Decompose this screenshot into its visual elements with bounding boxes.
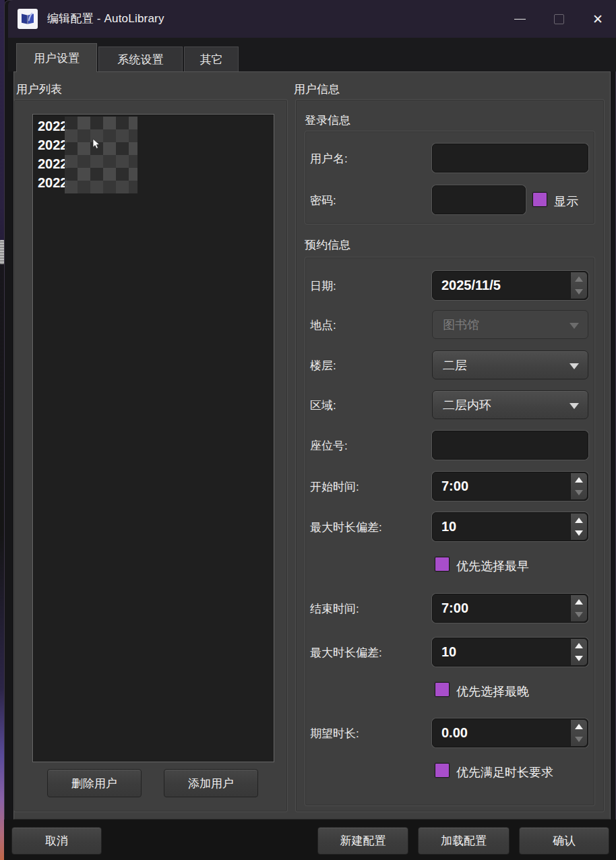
- area-combobox[interactable]: 二层内环: [432, 390, 588, 419]
- area-value: 二层内环: [433, 397, 491, 413]
- end-time-spinbox[interactable]: 7:00: [432, 594, 588, 623]
- spin-down-button[interactable]: [571, 652, 587, 666]
- confirm-button[interactable]: 确认: [519, 827, 609, 855]
- spin-up-icon: [575, 477, 583, 483]
- tab-user-settings[interactable]: 用户设置: [16, 43, 97, 72]
- user-listbox[interactable]: 2022 2022 2022 2022: [32, 114, 274, 762]
- add-user-button[interactable]: 添加用户: [164, 769, 258, 797]
- floor-combobox[interactable]: 二层: [432, 350, 588, 379]
- spin-up-button[interactable]: [571, 473, 587, 487]
- spin-up-icon: [575, 643, 583, 648]
- start-time-spinbox[interactable]: 7:00: [432, 472, 588, 501]
- area-label: 区域:: [310, 398, 336, 413]
- spin-up-button[interactable]: [571, 595, 587, 609]
- prefer-latest-checkbox[interactable]: [435, 682, 450, 697]
- load-config-button[interactable]: 加载配置: [418, 827, 510, 855]
- spin-up-icon: [575, 276, 583, 282]
- show-password-label: 显示: [554, 193, 578, 210]
- show-password-checkbox[interactable]: [532, 192, 547, 207]
- app-icon: [18, 9, 38, 29]
- start-deviation-value: 10: [433, 519, 456, 534]
- end-time-label: 结束时间:: [310, 601, 359, 617]
- location-value: 图书馆: [433, 317, 479, 333]
- spin-down-button[interactable]: [571, 487, 587, 500]
- spin-up-icon: [575, 599, 583, 605]
- location-combobox: 图书馆: [432, 310, 588, 339]
- user-list-title: 用户列表: [16, 82, 62, 97]
- spin-down-button[interactable]: [571, 733, 587, 747]
- maximize-icon: [554, 14, 564, 24]
- chevron-down-icon: [569, 363, 579, 369]
- spin-up-button[interactable]: [571, 272, 587, 286]
- seat-field-wrap: [432, 431, 588, 460]
- expected-duration-spinbox[interactable]: 0.00: [432, 718, 588, 747]
- redaction-mosaic: [65, 117, 137, 193]
- expected-duration-spin-buttons: [570, 720, 587, 746]
- minimize-button[interactable]: [500, 3, 539, 35]
- start-deviation-label: 最大时长偏差:: [310, 520, 382, 535]
- username-input[interactable]: [433, 150, 588, 166]
- location-label: 地点:: [310, 317, 336, 333]
- tab-other[interactable]: 其它: [184, 47, 239, 72]
- start-time-value: 7:00: [433, 479, 468, 494]
- login-info-title: 登录信息: [305, 113, 350, 128]
- tab-system-settings[interactable]: 系统设置: [98, 47, 183, 72]
- maximize-button[interactable]: [539, 3, 578, 35]
- date-spin-buttons: [570, 272, 587, 299]
- tabbar: 用户设置 系统设置 其它: [8, 38, 616, 71]
- date-spinbox[interactable]: 2025/11/5: [432, 271, 588, 300]
- titlebar[interactable]: 编辑配置 - AutoLibrary ✕: [8, 0, 616, 38]
- spin-up-button[interactable]: [571, 514, 587, 527]
- username-label: 用户名:: [310, 151, 348, 166]
- expected-duration-label: 期望时长:: [310, 726, 359, 741]
- spin-down-icon: [575, 490, 583, 495]
- book-icon: [20, 11, 36, 27]
- username-field-wrap: [432, 144, 588, 173]
- user-info-title: 用户信息: [294, 82, 340, 97]
- window-title: 编辑配置 - AutoLibrary: [47, 11, 164, 26]
- end-deviation-spinbox[interactable]: 10: [432, 638, 588, 667]
- mouse-cursor-icon: [92, 139, 102, 150]
- cancel-button[interactable]: 取消: [11, 827, 102, 855]
- delete-user-button[interactable]: 删除用户: [47, 769, 142, 797]
- floor-value: 二层: [433, 357, 467, 373]
- end-time-spin-buttons: [570, 595, 587, 621]
- spin-down-icon: [575, 737, 583, 742]
- seat-label: 座位号:: [310, 438, 348, 454]
- close-icon: ✕: [592, 13, 603, 26]
- screen: 编辑配置 - AutoLibrary ✕ 用户设置 系统设置 其它 用户列表: [0, 0, 616, 860]
- prefer-earliest-label: 优先选择最早: [456, 558, 529, 574]
- spin-down-icon: [575, 612, 583, 617]
- spin-down-icon: [575, 289, 583, 295]
- spin-down-button[interactable]: [571, 527, 587, 541]
- prefer-duration-label: 优先满足时长要求: [456, 764, 553, 780]
- chevron-down-icon: [569, 323, 579, 329]
- window-controls: ✕: [500, 3, 616, 35]
- prefer-earliest-checkbox[interactable]: [435, 557, 450, 572]
- spin-down-button[interactable]: [571, 286, 587, 299]
- new-config-button[interactable]: 新建配置: [317, 827, 408, 855]
- date-value: 2025/11/5: [433, 278, 501, 293]
- start-time-spin-buttons: [570, 473, 587, 499]
- date-label: 日期:: [310, 278, 336, 294]
- end-deviation-value: 10: [433, 644, 456, 660]
- reservation-info-title: 预约信息: [305, 237, 350, 253]
- password-label: 密码:: [310, 193, 336, 208]
- password-input[interactable]: [433, 192, 525, 208]
- prefer-duration-checkbox[interactable]: [435, 763, 450, 778]
- minimize-icon: [514, 19, 526, 20]
- end-deviation-spin-buttons: [570, 639, 587, 665]
- close-button[interactable]: ✕: [578, 3, 616, 35]
- start-time-label: 开始时间:: [310, 479, 359, 495]
- spin-up-button[interactable]: [571, 720, 587, 733]
- spin-down-icon: [575, 656, 583, 661]
- spin-down-button[interactable]: [571, 609, 587, 622]
- end-deviation-label: 最大时长偏差:: [310, 645, 382, 661]
- seat-input[interactable]: [433, 437, 588, 453]
- spin-down-icon: [575, 530, 583, 536]
- spin-up-button[interactable]: [571, 639, 587, 652]
- start-deviation-spinbox[interactable]: 10: [432, 512, 588, 541]
- chevron-down-icon: [569, 403, 579, 409]
- expected-duration-value: 0.00: [433, 725, 468, 741]
- password-field-wrap: [432, 185, 526, 214]
